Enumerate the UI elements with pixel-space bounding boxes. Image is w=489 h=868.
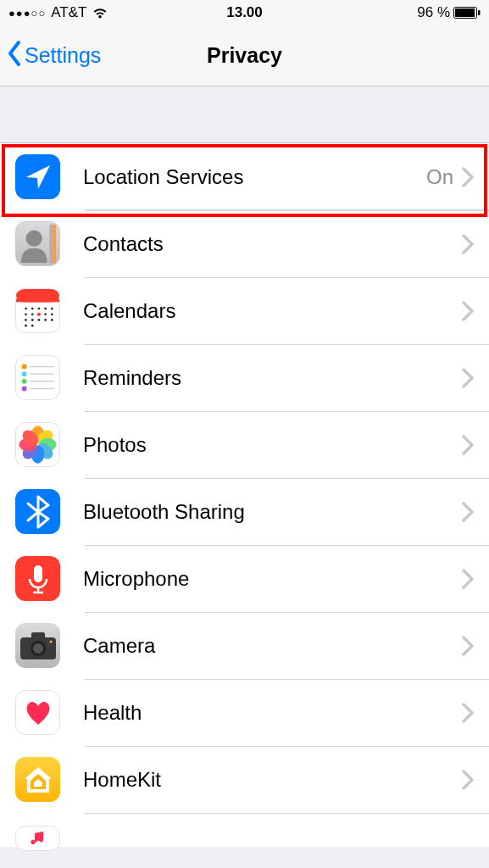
- battery-percent: 96 %: [417, 4, 450, 21]
- svg-point-16: [44, 313, 47, 315]
- svg-rect-2: [478, 10, 481, 15]
- camera-icon: [15, 623, 60, 668]
- svg-point-21: [44, 319, 47, 321]
- homekit-icon: [15, 757, 60, 802]
- svg-rect-5: [53, 225, 56, 263]
- signal-strength-icon: ●●●○○: [8, 7, 46, 19]
- row-camera[interactable]: Camera: [0, 612, 489, 679]
- row-reminders[interactable]: Reminders: [0, 344, 489, 411]
- chevron-right-icon: [462, 502, 474, 522]
- row-label: Contacts: [83, 232, 462, 256]
- svg-rect-1: [455, 8, 475, 17]
- row-label: Reminders: [83, 366, 462, 390]
- chevron-right-icon: [462, 569, 474, 589]
- bluetooth-icon: [15, 489, 60, 534]
- calendars-icon: [15, 288, 60, 333]
- row-label: Bluetooth Sharing: [83, 500, 462, 524]
- location-icon: [15, 154, 60, 199]
- row-label: Photos: [83, 433, 462, 457]
- wifi-icon: [92, 7, 108, 19]
- svg-point-10: [38, 308, 41, 310]
- svg-point-14: [31, 313, 34, 315]
- svg-point-13: [25, 313, 27, 315]
- svg-rect-45: [31, 632, 45, 639]
- status-right: 96 %: [417, 4, 481, 21]
- status-bar: ●●●○○ AT&T 13.00 96 %: [0, 0, 489, 25]
- back-button[interactable]: Settings: [7, 40, 101, 72]
- reminders-icon: [15, 355, 60, 400]
- svg-point-15: [37, 313, 41, 316]
- nav-bar: Settings Privacy: [0, 25, 489, 86]
- row-label: HomeKit: [83, 768, 462, 792]
- row-partial[interactable]: [0, 813, 489, 847]
- row-label: Health: [83, 701, 462, 725]
- section-spacer: [0, 86, 489, 142]
- row-bluetooth-sharing[interactable]: Bluetooth Sharing: [0, 478, 489, 545]
- battery-icon: [453, 7, 481, 19]
- svg-point-29: [22, 364, 27, 370]
- svg-point-48: [49, 640, 52, 643]
- svg-rect-41: [34, 565, 42, 582]
- chevron-right-icon: [462, 435, 474, 455]
- svg-point-18: [25, 319, 27, 321]
- status-time: 13.00: [226, 4, 263, 21]
- svg-rect-4: [49, 225, 53, 263]
- svg-point-12: [51, 308, 53, 310]
- chevron-right-icon: [462, 167, 474, 187]
- row-value: On: [426, 165, 453, 189]
- health-icon: [15, 690, 60, 735]
- svg-point-31: [22, 379, 27, 384]
- svg-point-22: [51, 319, 53, 321]
- chevron-left-icon: [7, 40, 22, 72]
- svg-point-23: [25, 325, 27, 327]
- svg-point-3: [26, 231, 42, 247]
- svg-point-9: [31, 308, 34, 310]
- chevron-right-icon: [462, 301, 474, 321]
- row-label: Location Services: [83, 165, 426, 189]
- svg-point-11: [44, 308, 47, 310]
- svg-rect-7: [16, 299, 59, 303]
- music-icon: [15, 826, 60, 851]
- row-microphone[interactable]: Microphone: [0, 545, 489, 612]
- contacts-icon: [15, 221, 60, 266]
- svg-point-24: [31, 325, 34, 327]
- row-homekit[interactable]: HomeKit: [0, 746, 489, 813]
- svg-point-30: [22, 371, 27, 376]
- status-left: ●●●○○ AT&T: [8, 4, 108, 21]
- svg-point-47: [33, 643, 43, 654]
- row-health[interactable]: Health: [0, 679, 489, 746]
- chevron-right-icon: [462, 368, 474, 388]
- row-label: Microphone: [83, 567, 462, 591]
- row-label: Camera: [83, 634, 462, 658]
- chevron-right-icon: [462, 636, 474, 656]
- chevron-right-icon: [462, 703, 474, 723]
- page-title: Privacy: [207, 43, 282, 68]
- svg-point-20: [38, 319, 41, 321]
- chevron-right-icon: [462, 234, 474, 254]
- row-label: Calendars: [83, 299, 462, 323]
- svg-point-19: [31, 319, 34, 321]
- carrier-label: AT&T: [51, 4, 86, 21]
- microphone-icon: [15, 556, 60, 601]
- row-calendars[interactable]: Calendars: [0, 277, 489, 344]
- row-location-services[interactable]: Location Services On: [0, 143, 489, 210]
- back-label: Settings: [25, 43, 101, 68]
- svg-point-8: [25, 308, 27, 310]
- svg-point-32: [22, 387, 27, 392]
- settings-list: Location Services On Contacts Calendars: [0, 142, 489, 847]
- svg-point-17: [51, 313, 53, 315]
- row-contacts[interactable]: Contacts: [0, 210, 489, 277]
- chevron-right-icon: [462, 770, 474, 790]
- photos-icon: [15, 422, 60, 467]
- row-photos[interactable]: Photos: [0, 411, 489, 478]
